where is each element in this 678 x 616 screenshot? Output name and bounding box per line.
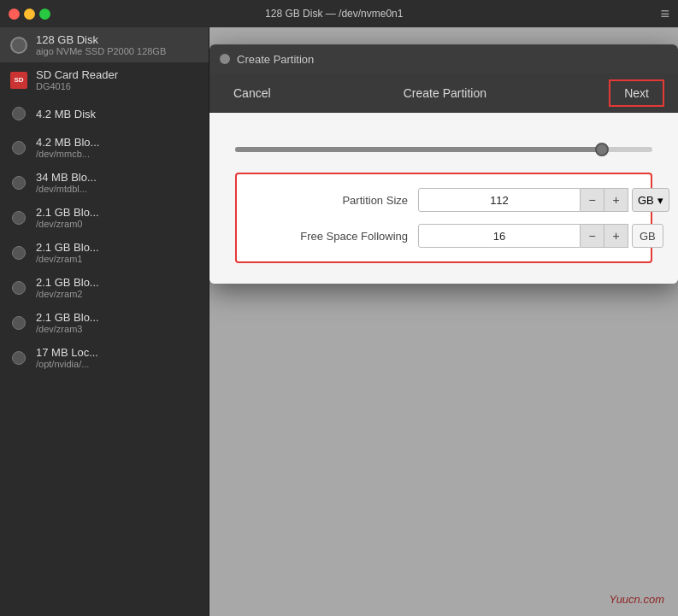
sidebar-item-sub-21gb-1: /dev/zram1: [36, 254, 99, 264]
unit-value: GB: [638, 194, 654, 207]
partition-size-increase-button[interactable]: +: [604, 188, 628, 212]
sidebar-item-name-21gb-3: 2.1 GB Blo...: [36, 311, 99, 324]
small-disk-icon-42mb: [9, 103, 29, 124]
sidebar-item-sub-sd: DG4016: [36, 81, 118, 91]
sidebar-item-name-17mb: 17 MB Loc...: [36, 346, 98, 359]
free-space-decrease-button[interactable]: −: [581, 224, 604, 248]
dialog-toolbar-title: Create Partition: [404, 86, 486, 100]
dialog-overlay: Create Partition Cancel Create Partition…: [209, 27, 678, 616]
hamburger-menu-icon[interactable]: ≡: [660, 5, 669, 23]
disk-small-shape6: [12, 281, 26, 295]
small-disk-icon-21gb-3: [9, 313, 29, 333]
slider-thumb[interactable]: [595, 143, 609, 156]
slider-area: [235, 133, 652, 173]
sidebar-item-text-21gb-2: 2.1 GB Blo... /dev/zram2: [36, 276, 99, 299]
sidebar-item-21gb-0[interactable]: 2.1 GB Blo... /dev/zram0: [0, 200, 209, 235]
small-disk-icon-34mb: [9, 173, 29, 193]
partition-size-slider[interactable]: [235, 147, 652, 152]
free-space-unit-label: GB: [632, 224, 663, 248]
window-title: 128 GB Disk — /dev/nvme0n1: [15, 8, 653, 20]
sd-card-icon: SD: [9, 70, 29, 91]
fields-container: Partition Size − + GB ▾: [235, 173, 652, 263]
partition-size-unit: GB ▾: [632, 188, 669, 212]
sidebar-item-21gb-2[interactable]: 2.1 GB Blo... /dev/zram2: [0, 270, 209, 305]
sidebar-item-text-34mb: 34 MB Blo... /dev/mtdbl...: [36, 171, 97, 194]
sidebar-item-text-42mb-blk: 4.2 MB Blo... /dev/mmcb...: [36, 136, 99, 159]
sidebar-item-name-21gb-1: 2.1 GB Blo...: [36, 241, 99, 254]
slider-fill: [235, 147, 602, 152]
disk-small-shape: [12, 107, 26, 120]
sidebar-item-42mb-disk[interactable]: 4.2 MB Disk: [0, 97, 209, 130]
sidebar-item-name-21gb-0: 2.1 GB Blo...: [36, 206, 99, 219]
sidebar-item-34mb-blk[interactable]: 34 MB Blo... /dev/mtdbl...: [0, 165, 209, 200]
disk-small-shape2: [12, 141, 26, 155]
dialog-body: Partition Size − + GB ▾: [209, 113, 678, 284]
sidebar-item-text-21gb-3: 2.1 GB Blo... /dev/zram3: [36, 311, 99, 334]
unit-dropdown[interactable]: GB ▾: [632, 188, 669, 212]
small-disk-icon-21gb-2: [9, 278, 29, 298]
next-button[interactable]: Next: [609, 79, 664, 107]
free-space-increase-button[interactable]: +: [604, 224, 628, 248]
partition-size-input[interactable]: [418, 188, 581, 212]
create-partition-dialog: Create Partition Cancel Create Partition…: [209, 44, 678, 284]
disk-circle-icon: [10, 37, 27, 54]
small-disk-icon-42mb-blk: [9, 138, 29, 158]
sidebar-item-name: 128 GB Disk: [36, 33, 166, 46]
main-layout: 128 GB Disk aigo NVMe SSD P2000 128GB SD…: [0, 27, 678, 616]
sidebar-item-name-42mb: 4.2 MB Disk: [36, 108, 96, 120]
sidebar-item-21gb-3[interactable]: 2.1 GB Blo... /dev/zram3: [0, 305, 209, 340]
partition-size-row: Partition Size − + GB ▾: [254, 188, 634, 212]
sidebar-item-sub-21gb-3: /dev/zram3: [36, 324, 99, 334]
sidebar-item-name-42mb-blk: 4.2 MB Blo...: [36, 136, 99, 149]
sidebar-item-17mb-loc[interactable]: 17 MB Loc... /opt/nvidia/...: [0, 340, 209, 375]
small-disk-icon-21gb-0: [9, 208, 29, 228]
sidebar-item-sub-34mb: /dev/mtdbl...: [36, 184, 97, 194]
free-space-input[interactable]: [418, 224, 581, 248]
dialog-title-dot-icon: [220, 54, 230, 64]
sidebar-item-text-17mb: 17 MB Loc... /opt/nvidia/...: [36, 346, 98, 369]
sidebar-item-42mb-blk[interactable]: 4.2 MB Blo... /dev/mmcb...: [0, 130, 209, 165]
disk-small-shape3: [12, 176, 26, 190]
sd-icon-shape: SD: [10, 72, 27, 89]
free-space-label: Free Space Following: [254, 230, 408, 243]
sidebar-item-sd-card[interactable]: SD SD Card Reader DG4016: [0, 62, 209, 97]
cancel-button[interactable]: Cancel: [223, 81, 281, 105]
sidebar-item-sub-21gb-0: /dev/zram0: [36, 219, 99, 229]
sidebar-item-128gb-disk[interactable]: 128 GB Disk aigo NVMe SSD P2000 128GB: [0, 27, 209, 62]
sidebar-item-text-21gb-0: 2.1 GB Blo... /dev/zram0: [36, 206, 99, 229]
unit-chevron-down-icon: ▾: [657, 194, 663, 207]
content-area: Model aigo NVMe SSD P2000 128GB Size 128…: [209, 27, 678, 616]
partition-size-label: Partition Size: [254, 194, 408, 207]
sidebar-item-name-21gb-2: 2.1 GB Blo...: [36, 276, 99, 289]
sidebar-item-text-21gb-1: 2.1 GB Blo... /dev/zram1: [36, 241, 99, 264]
partition-size-decrease-button[interactable]: −: [581, 188, 604, 212]
sidebar: 128 GB Disk aigo NVMe SSD P2000 128GB SD…: [0, 27, 209, 616]
sidebar-item-sub: aigo NVMe SSD P2000 128GB: [36, 46, 166, 56]
small-disk-icon-21gb-1: [9, 243, 29, 263]
sidebar-item-text-sd: SD Card Reader DG4016: [36, 68, 118, 91]
titlebar: 128 GB Disk — /dev/nvme0n1 ≡: [0, 0, 678, 27]
partition-size-input-group: − +: [418, 188, 628, 212]
disk-small-shape4: [12, 211, 26, 225]
disk-small-shape5: [12, 246, 26, 260]
free-space-input-group: − +: [418, 224, 628, 248]
sidebar-item-name-34mb: 34 MB Blo...: [36, 171, 97, 184]
small-disk-icon-17mb: [9, 348, 29, 368]
sidebar-item-21gb-1[interactable]: 2.1 GB Blo... /dev/zram1: [0, 235, 209, 270]
dialog-title: Create Partition: [237, 53, 314, 66]
free-space-unit: GB: [632, 224, 663, 248]
disk-small-shape7: [12, 316, 26, 330]
sidebar-item-text: 128 GB Disk aigo NVMe SSD P2000 128GB: [36, 33, 166, 56]
free-space-row: Free Space Following − + GB: [254, 224, 634, 248]
dialog-toolbar: Cancel Create Partition Next: [209, 73, 678, 113]
nvme-disk-icon: [9, 35, 29, 56]
disk-small-shape8: [12, 351, 26, 365]
sidebar-item-name-sd: SD Card Reader: [36, 68, 118, 81]
sidebar-item-text-42mb: 4.2 MB Disk: [36, 108, 96, 120]
sidebar-item-sub-21gb-2: /dev/zram2: [36, 289, 99, 299]
sidebar-item-sub-42mb-blk: /dev/mmcb...: [36, 149, 99, 159]
sidebar-item-sub-17mb: /opt/nvidia/...: [36, 359, 98, 369]
dialog-titlebar: Create Partition: [209, 44, 678, 73]
